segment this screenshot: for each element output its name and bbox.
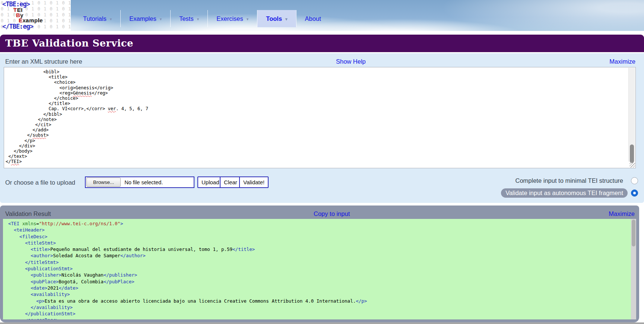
chevron-down-icon: ▾ (160, 16, 162, 22)
main-nav: Tutorials▾Examples▾Tests▾Exercises▾Tools… (74, 10, 330, 27)
logo-close-tag: </TBE:eg> (2, 23, 33, 30)
nav-item-examples[interactable]: Examples▾ (121, 10, 170, 27)
scrollbar-thumb[interactable] (630, 144, 634, 163)
result-scrollbar[interactable] (631, 219, 636, 319)
show-help-link[interactable]: Show Help (336, 58, 366, 65)
radio-button[interactable] (631, 177, 638, 184)
tbe-logo[interactable]: 0 1 0 1 0 1 0 1 0 1 0 1 0 10 1 0 1 0 1 0… (0, 0, 71, 31)
clear-button[interactable]: Clear (220, 176, 241, 188)
nav-item-label: About (305, 15, 321, 22)
nav-item-about[interactable]: About (296, 10, 330, 27)
textarea-scrollbar[interactable] (628, 68, 635, 162)
page-title: TBE Validation Service (0, 35, 644, 49)
xml-input-content: <bibl> <title> <choice> <orig>Genesis</o… (6, 69, 627, 167)
validation-result-code: <TEI xmlns="http://www.tei-c.org/ns/1.0"… (8, 220, 629, 319)
xml-input-textarea[interactable]: <bibl> <title> <choice> <orig>Genesis</o… (4, 67, 636, 168)
chevron-down-icon: ▾ (247, 16, 249, 22)
file-status-text: No file selected. (124, 179, 163, 185)
nav-item-exercises[interactable]: Exercises▾ (208, 10, 257, 27)
nav-item-label: Examples (129, 15, 156, 22)
nav-item-label: Tools (266, 15, 282, 22)
result-scrollbar-thumb[interactable] (632, 220, 635, 246)
nav-item-label: Tutorials (83, 15, 107, 22)
validation-result-output[interactable]: <TEI xmlns="http://www.tei-c.org/ns/1.0"… (3, 219, 636, 319)
page-bottom-rule (0, 323, 644, 324)
validation-result-panel: Validation Result Copy to input Maximize… (0, 205, 639, 322)
option-label: Complete input to minimal TEI structure (511, 176, 628, 185)
chevron-down-icon: ▾ (110, 16, 112, 22)
validate-button[interactable]: Validate! (239, 176, 269, 188)
nav-item-label: Tests (179, 15, 194, 22)
chevron-down-icon: ▾ (285, 16, 288, 22)
result-panel-heading: Validation Result (5, 210, 51, 217)
upload-label: Or choose a file to upload (5, 179, 75, 186)
nav-item-tutorials[interactable]: Tutorials▾ (74, 10, 120, 27)
input-maximize-link[interactable]: Maximize (609, 58, 635, 65)
validation-option-0[interactable]: Complete input to minimal TEI structure (501, 176, 638, 185)
validation-option-1[interactable]: Validate input as autonomous TEI fragmen… (501, 188, 638, 198)
xml-input-panel: Enter an XML structure here Show Help Ma… (0, 53, 644, 203)
top-banner: 0 1 0 1 0 1 0 1 0 1 0 1 0 10 1 0 1 0 1 0… (0, 0, 644, 31)
nav-item-tools[interactable]: Tools▾ (257, 10, 296, 27)
file-input[interactable]: Browse... No file selected. (85, 176, 194, 188)
copy-to-input-link[interactable]: Copy to input (314, 210, 350, 217)
nav-item-tests[interactable]: Tests▾ (171, 10, 207, 27)
option-label: Validate input as autonomous TEI fragmen… (501, 188, 628, 198)
browse-button[interactable]: Browse... (86, 178, 121, 187)
validation-options: Complete input to minimal TEI structureV… (501, 176, 638, 201)
title-bar: TBE Validation Service (0, 35, 644, 52)
input-panel-heading: Enter an XML structure here (5, 58, 82, 65)
nav-item-label: Exercises (216, 15, 243, 22)
resize-handle-icon[interactable] (629, 162, 635, 168)
chevron-down-icon: ▾ (197, 16, 199, 22)
radio-button[interactable] (631, 189, 638, 197)
result-maximize-link[interactable]: Maximize (609, 210, 635, 217)
